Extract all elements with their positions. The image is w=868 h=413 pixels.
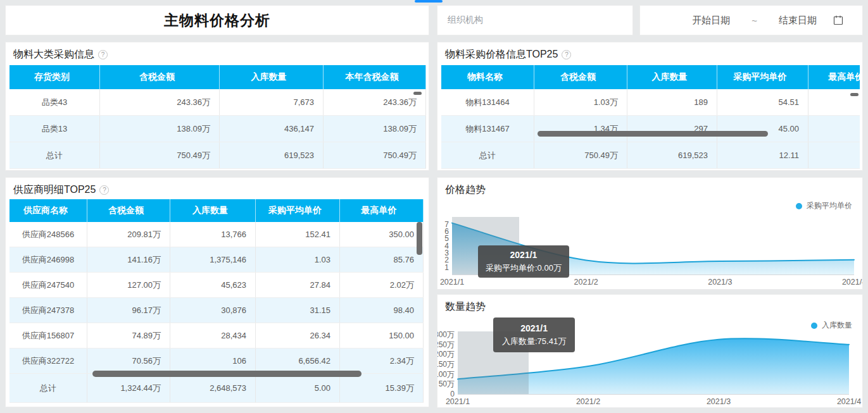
column-header[interactable]: 含税金额 [534,65,627,89]
cell: 150.00 [340,323,424,348]
table-row[interactable]: 供应商15680774.89万28,43426.34150.00 [9,323,424,348]
table-row[interactable]: 物料1314671.34万29745.00 [441,116,860,142]
cell: 6,656.42 [256,348,340,373]
horizontal-scrollbar-thumb[interactable] [538,131,768,137]
start-date-field[interactable]: 开始日期 [692,15,730,27]
help-icon[interactable]: ? [99,185,109,195]
x-axis-tick-label: 2021/3 [707,397,731,406]
table-total-row[interactable]: 总计750.49万619,52312.11 [441,142,860,169]
column-header[interactable]: 最高单价 [808,65,860,89]
cell: 供应商246998 [9,247,87,272]
date-range-separator: ~ [752,15,757,26]
panel-title: 供应商明细TOP25 ? [13,183,109,197]
x-axis-tick-label: 2021/1 [446,397,470,406]
date-range-picker[interactable]: 开始日期 ~ 结束日期 [639,5,863,35]
cell: 350.00 [340,222,424,247]
org-select[interactable]: 组织机构 [437,5,633,35]
column-header[interactable]: 供应商名称 [9,199,87,222]
column-header[interactable]: 入库数量 [170,199,256,222]
legend-item[interactable]: 采购平均单价 [796,200,852,211]
column-header[interactable]: 采购平均单价 [717,65,808,89]
y-axis-tick-label: 150万 [437,359,455,369]
table-row[interactable]: 物料1314641.03万18954.51 [441,89,860,116]
page-hscrollbar-thumb[interactable] [415,0,443,3]
cell: 供应商247540 [9,273,87,297]
cell: 127.00万 [87,273,170,297]
cell: 物料131464 [441,89,534,115]
cell: 27.84 [256,273,340,297]
cell: 45.00 [717,116,808,142]
x-axis-tick-label: 2021/4 [837,397,861,406]
vertical-scrollbar-thumb[interactable] [417,222,422,255]
column-header[interactable]: 本年含税金额 [324,65,426,89]
horizontal-scrollbar-thumb[interactable] [413,92,422,95]
supplier-top25-panel: 供应商明细TOP25 ? 供应商名称含税金额入库数量采购平均单价最高单价供应商2… [5,177,429,407]
cell: 98.40 [340,298,424,323]
column-header[interactable]: 入库数量 [220,65,324,89]
chart-title-text: 价格趋势 [445,183,486,197]
panel-title: 物料采购价格信息TOP25 ? [445,48,571,61]
table-row[interactable]: 供应商247540127.00万45,62327.842.02万 [9,273,424,298]
table-total-row[interactable]: 总计1,324.44万2,648,5735.0015.39万 [9,374,424,403]
legend-item[interactable]: 入库数量 [811,320,852,331]
column-header[interactable]: 含税金额 [87,199,170,222]
x-axis: 2021/12021/22021/32021/4 [452,278,854,288]
table-header-row: 供应商名称含税金额入库数量采购平均单价最高单价 [9,199,424,222]
cell: 138.09万 [100,116,220,142]
help-icon[interactable]: ? [562,50,571,59]
cell: 750.49万 [100,142,220,168]
table-total-row[interactable]: 总计750.49万619,523750.49万 [9,142,426,169]
horizontal-scrollbar-thumb[interactable] [850,93,859,96]
cell: 243.36万 [324,89,426,115]
column-header[interactable]: 采购平均单价 [256,199,340,222]
table-row[interactable]: 供应商24737896.17万30,87631.1598.40 [9,298,424,323]
cell: 28,434 [170,323,256,348]
table-row[interactable]: 供应商246998141.16万1,375,1461.0385.76 [9,247,424,273]
help-icon[interactable]: ? [98,50,108,59]
legend-label: 入库数量 [822,320,852,331]
cell: 供应商322722 [9,348,87,373]
table-row[interactable]: 供应商32272270.56万1066,656.422.34万 [9,348,424,374]
cell: 供应商248566 [9,222,87,247]
y-axis-tick-label: 300万 [437,330,455,340]
cell: 品类43 [9,89,100,115]
column-header[interactable]: 物料名称 [441,65,534,89]
tooltip-title: 2021/1 [486,249,562,262]
panel-title: 物料大类采购信息 ? [13,48,108,61]
column-header[interactable]: 最高单价 [340,199,424,222]
cell: 供应商247378 [9,298,87,323]
cell [808,142,860,168]
x-axis-tick-label: 2021/1 [440,278,464,287]
table-row[interactable]: 供应商248566209.81万13,766152.41350.00 [9,222,424,247]
table-row[interactable]: 品类43243.36万7,673243.36万 [9,89,426,116]
panel-title-text: 供应商明细TOP25 [13,183,96,197]
material-price-table: 物料名称含税金额入库数量采购平均单价最高单价物料1314641.03万18954… [441,65,860,169]
x-axis-tick-label: 2021/4 [842,278,863,287]
end-date-field[interactable]: 结束日期 [779,15,817,27]
calendar-icon[interactable] [833,15,843,25]
y-axis: 1234567 [437,217,450,274]
column-header[interactable]: 入库数量 [627,65,717,89]
chart-title-text: 数量趋势 [445,300,486,314]
material-category-panel: 物料大类采购信息 ? 存货类别含税金额入库数量本年含税金额品类43243.36万… [5,42,429,171]
cell: 2.34万 [340,348,424,373]
y-axis: 050万100万150万200万250万300万 [437,331,456,394]
y-axis-tick-label: 100万 [437,369,455,379]
tooltip-title: 2021/1 [502,322,566,335]
table-row[interactable]: 品类13138.09万436,147138.09万 [9,116,426,142]
panel-title-text: 物料大类采购信息 [13,48,94,61]
cell: 1.03 [256,247,340,272]
price-trend-panel: 价格趋势 采购平均单价 2021/1 采购平均单价:0.00万 12345672… [437,177,863,290]
chart-title: 价格趋势 [445,183,486,197]
cell: 619,523 [220,142,324,168]
legend-dot-icon [796,203,802,209]
cell: 总计 [441,142,534,168]
horizontal-scrollbar-thumb[interactable] [92,371,362,377]
cell: 5.00 [256,374,340,402]
column-header[interactable]: 存货类别 [9,65,100,89]
column-header[interactable]: 含税金额 [100,65,220,89]
cell: 96.17万 [87,298,170,323]
cell: 436,147 [220,116,324,142]
cell: 26.34 [256,323,340,348]
page-title: 主物料价格分析 [164,11,270,30]
